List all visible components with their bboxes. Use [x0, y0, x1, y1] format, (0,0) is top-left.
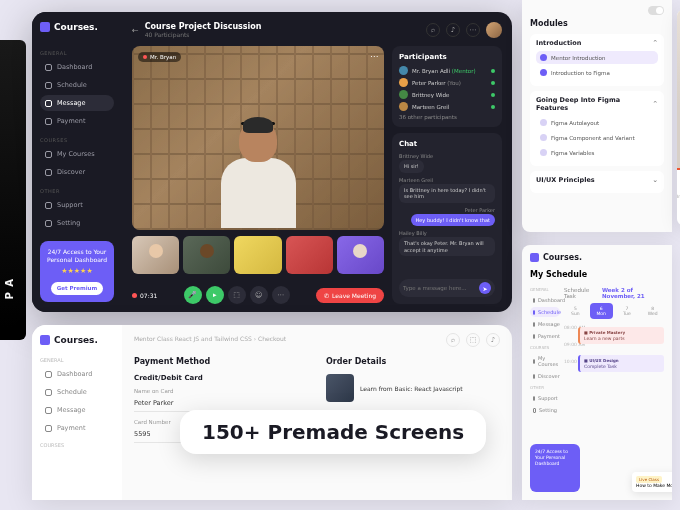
chevron-down-icon: ⌄	[652, 176, 658, 184]
schedule-screen: Courses. My Schedule GENERAL Dashboard S…	[522, 245, 672, 500]
brand-icon	[530, 253, 539, 262]
avatar	[399, 78, 408, 87]
nav-setting[interactable]: Setting	[40, 215, 114, 231]
card-type-option[interactable]: Credit/Debit Card	[134, 374, 308, 382]
video-call-screen: Courses. GENERAL Dashboard Schedule Mess…	[32, 12, 512, 312]
chevron-up-icon: ⌃	[652, 100, 658, 108]
mic-button[interactable]: 🎤	[184, 286, 202, 304]
brand[interactable]: Courses.	[40, 335, 114, 345]
video-menu-icon[interactable]: ⋯	[370, 52, 378, 61]
nav-my-courses[interactable]: My Courses	[530, 353, 560, 369]
thumb-5[interactable]	[337, 236, 384, 274]
day-cell[interactable]: 6Mon	[590, 303, 613, 319]
participant-row[interactable]: Brittney Wide	[399, 90, 495, 99]
nav-schedule[interactable]: Schedule	[40, 384, 114, 400]
status-dot	[491, 81, 495, 85]
search-icon[interactable]: ⌕	[446, 333, 460, 347]
module-group[interactable]: Introduction⌃ Mentor Introduction Introd…	[530, 34, 664, 86]
nav-dashboard[interactable]: Dashboard	[40, 366, 114, 382]
user-avatar[interactable]	[486, 22, 502, 38]
share-button[interactable]: ⬚	[228, 286, 246, 304]
nav-dashboard[interactable]: Dashboard	[40, 59, 114, 75]
module-item[interactable]: Figma Variables	[536, 146, 658, 159]
more-participants-link[interactable]: 36 other participants	[399, 114, 495, 120]
calendar-icon	[45, 389, 52, 396]
name-label: Name on Card	[134, 388, 308, 394]
module-group[interactable]: UI/UX Principles⌄	[530, 171, 664, 193]
nav-message[interactable]: Message	[40, 95, 114, 111]
tab-week[interactable]: Week 2 of November, 21	[602, 287, 664, 299]
nav-payment[interactable]: Payment	[530, 331, 560, 341]
nav-support[interactable]: Support	[40, 197, 114, 213]
nav-schedule[interactable]: Schedule	[40, 77, 114, 93]
avatar	[399, 90, 408, 99]
card-icon	[533, 334, 535, 339]
settings-icon[interactable]: ⋯	[466, 23, 480, 37]
main-video[interactable]: Mr. Bryan ⋯	[132, 46, 384, 230]
more-button[interactable]: ⋯	[272, 286, 290, 304]
day-cell[interactable]: 5Sun	[564, 303, 587, 319]
camera-button[interactable]: ▸	[206, 286, 224, 304]
event-card[interactable]: ■ UI/UX DesignComplete Task	[578, 355, 664, 372]
order-item: Learn from Basic: React Javascript	[326, 374, 500, 402]
back-button[interactable]: ←	[132, 26, 139, 35]
sidebar: GENERAL Dashboard Schedule Message Payme…	[530, 287, 560, 417]
participant-row[interactable]: Peter Parker (You)	[399, 78, 495, 87]
nav-message[interactable]: Message	[40, 402, 114, 418]
event-card[interactable]: ■ Private MasteryLearn a new parts	[578, 327, 664, 344]
live-badge: Live Class	[636, 476, 662, 483]
nav-payment[interactable]: Payment	[40, 420, 114, 436]
participant-row[interactable]: Mr. Bryan Adli (Mentor)	[399, 66, 495, 75]
get-premium-button[interactable]: Get Premium	[51, 282, 104, 295]
bell-icon[interactable]: ♪	[486, 333, 500, 347]
participants-title: Participants	[399, 53, 495, 61]
cart-icon[interactable]: ⬚	[466, 333, 480, 347]
search-icon[interactable]: ⌕	[426, 23, 440, 37]
brand[interactable]: Courses.	[40, 22, 114, 32]
module-item[interactable]: Figma Autolayout	[536, 116, 658, 129]
nav-section-other: OTHER	[40, 188, 114, 194]
module-group[interactable]: Going Deep Into Figma Features⌃ Figma Au…	[530, 91, 664, 166]
chat-input[interactable]	[403, 285, 476, 291]
module-item[interactable]: Introduction to Figma	[536, 66, 658, 79]
nav-discover[interactable]: Discover	[40, 164, 114, 180]
thumb-3[interactable]	[234, 236, 281, 274]
nav-dashboard[interactable]: Dashboard	[530, 295, 560, 305]
thumb-1[interactable]	[132, 236, 179, 274]
nav-support[interactable]: Support	[530, 393, 560, 403]
participant-row[interactable]: Marteen Greil	[399, 102, 495, 111]
thumb-4[interactable]	[286, 236, 333, 274]
chat-icon	[45, 100, 52, 107]
dark-mode-toggle[interactable]	[648, 6, 664, 15]
bell-icon[interactable]: ♪	[446, 23, 460, 37]
day-cell[interactable]: 7Tue	[616, 303, 639, 319]
send-button[interactable]: ➤	[479, 282, 491, 294]
nav-payment[interactable]: Payment	[40, 113, 114, 129]
nav-setting[interactable]: Setting	[530, 405, 560, 415]
leave-meeting-button[interactable]: ✆Leave Meeting	[316, 288, 384, 303]
participant-thumbnails	[132, 236, 384, 274]
help-icon	[533, 396, 535, 401]
tab-schedule-task[interactable]: Schedule Task	[564, 287, 596, 299]
module-item[interactable]: Figma Component and Variant	[536, 131, 658, 144]
module-item[interactable]: Mentor Introduction	[536, 51, 658, 64]
day-cell[interactable]: 8Wed	[641, 303, 664, 319]
call-controls: 07:31 🎤 ▸ ⬚ ☺ ⋯ ✆Leave Meeting	[132, 286, 384, 304]
nav-discover[interactable]: Discover	[530, 371, 560, 381]
gear-icon	[45, 220, 52, 227]
speaker-tag: Mr. Bryan	[138, 52, 181, 62]
book-icon	[533, 359, 535, 364]
play-icon	[540, 134, 547, 141]
live-class-card[interactable]: Live ClassHow to Make Mo	[632, 472, 672, 492]
main-area: ← Course Project Discussion 40 Participa…	[122, 12, 512, 312]
calendar-icon	[45, 82, 52, 89]
nav-my-courses[interactable]: My Courses	[40, 146, 114, 162]
compass-icon	[45, 169, 52, 176]
thumb-2[interactable]	[183, 236, 230, 274]
play-icon	[540, 69, 547, 76]
brand[interactable]: Courses.	[530, 253, 664, 262]
nav-schedule[interactable]: Schedule	[530, 307, 560, 317]
promo-card: 24/7 Access to Your Personal Dashboard	[530, 444, 580, 492]
emoji-button[interactable]: ☺	[250, 286, 268, 304]
nav-message[interactable]: Message	[530, 319, 560, 329]
